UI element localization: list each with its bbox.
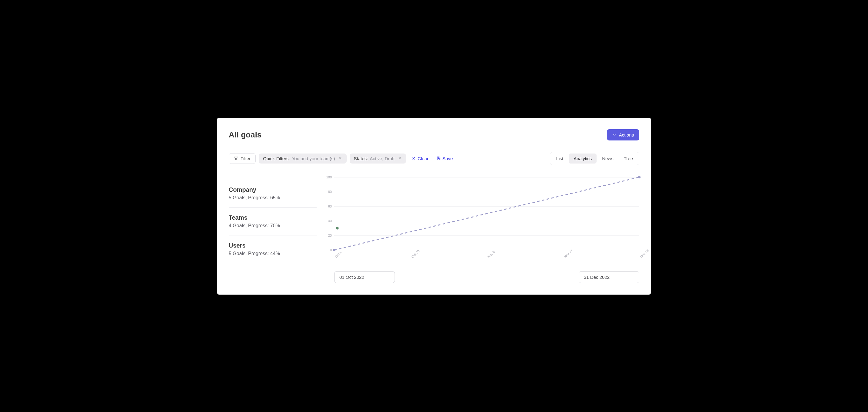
x-axis: Oct 1Oct 20Nov 8Nov 27Dec 16 — [334, 256, 639, 268]
goals-panel: All goals Actions Filter Quick-Filters: … — [217, 118, 651, 295]
save-label: Save — [442, 156, 453, 161]
y-tick: 0 — [330, 248, 332, 252]
chip-quick-filters[interactable]: Quick-Filters: You and your team(s) — [259, 153, 346, 164]
toolbar-left: Filter Quick-Filters: You and your team(… — [229, 153, 455, 164]
toolbar-row: Filter Quick-Filters: You and your team(… — [229, 152, 639, 165]
chart-wrapper: 020406080100 — [334, 177, 639, 256]
tab-analytics[interactable]: Analytics — [569, 153, 596, 164]
close-icon — [411, 156, 416, 160]
y-tick: 80 — [328, 190, 332, 194]
chip-states[interactable]: States: Active, Draft — [350, 153, 406, 164]
plot — [334, 177, 639, 250]
view-tabs: List Analytics News Tree — [550, 152, 639, 165]
section-subtitle: 5 Goals, Progress: 44% — [229, 251, 317, 256]
chip-value: You and your team(s) — [292, 156, 335, 161]
date-inputs-row — [334, 271, 639, 283]
stats-section-users[interactable]: Users 5 Goals, Progress: 44% — [229, 242, 317, 263]
start-date-input[interactable] — [334, 271, 395, 283]
filter-button[interactable]: Filter — [229, 153, 256, 164]
actions-button[interactable]: Actions — [607, 129, 639, 141]
actions-label: Actions — [619, 132, 634, 138]
clear-button[interactable]: Clear — [409, 155, 431, 162]
line-endpoint — [333, 249, 335, 251]
chip-label: Quick-Filters: — [263, 156, 290, 161]
y-tick: 20 — [328, 234, 332, 237]
tab-tree[interactable]: Tree — [619, 153, 638, 164]
header-row: All goals Actions — [229, 129, 639, 141]
chip-label: States: — [354, 156, 368, 161]
section-subtitle: 5 Goals, Progress: 65% — [229, 195, 317, 201]
grid-line — [334, 250, 639, 250]
filter-label: Filter — [241, 156, 250, 161]
data-point — [336, 227, 339, 229]
svg-marker-0 — [235, 157, 238, 160]
end-date-input[interactable] — [579, 271, 639, 283]
tab-news[interactable]: News — [597, 153, 618, 164]
line-endpoint — [638, 176, 641, 178]
y-tick: 40 — [328, 219, 332, 223]
filter-icon — [234, 156, 238, 160]
stats-section-teams[interactable]: Teams 4 Goals, Progress: 70% — [229, 214, 317, 235]
chevron-down-icon — [612, 133, 617, 137]
stats-sidebar: Company 5 Goals, Progress: 65% Teams 4 G… — [229, 177, 317, 283]
stats-section-company[interactable]: Company 5 Goals, Progress: 65% — [229, 186, 317, 207]
section-title: Company — [229, 186, 317, 193]
save-icon — [436, 156, 441, 160]
close-icon[interactable] — [338, 156, 342, 161]
target-line — [334, 177, 639, 250]
section-subtitle: 4 Goals, Progress: 70% — [229, 223, 317, 229]
section-title: Teams — [229, 214, 317, 221]
clear-label: Clear — [417, 156, 429, 161]
y-tick: 60 — [328, 205, 332, 208]
section-title: Users — [229, 242, 317, 249]
close-icon[interactable] — [398, 156, 402, 161]
y-tick: 100 — [326, 175, 332, 179]
page-title: All goals — [229, 130, 261, 140]
tab-list[interactable]: List — [551, 153, 568, 164]
save-button[interactable]: Save — [434, 155, 455, 162]
y-axis: 020406080100 — [326, 177, 334, 250]
chip-value: Active, Draft — [370, 156, 395, 161]
x-tick: Dec 16 — [639, 248, 649, 259]
chart-area: 020406080100 Oct 1Oct 20Nov 8Nov 27Dec 1… — [326, 177, 639, 283]
main-content: Company 5 Goals, Progress: 65% Teams 4 G… — [229, 177, 639, 283]
